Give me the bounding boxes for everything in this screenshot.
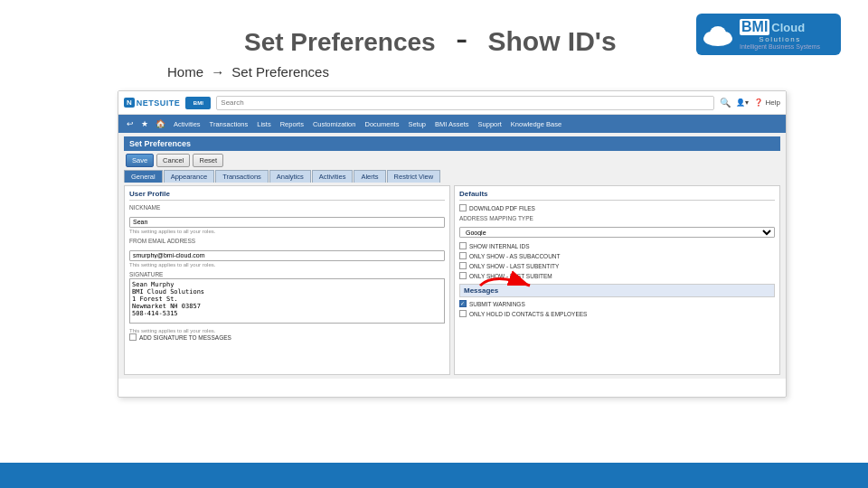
tab-transactions[interactable]: Transactions [215, 170, 269, 183]
ns-content: Set Preferences Save Cancel Reset Genera… [118, 133, 786, 379]
ns-home-icon[interactable]: 🏠 [153, 117, 168, 130]
show-internal-ids-row: SHOW INTERNAL IDS [459, 242, 775, 249]
add-signature-row: ADD SIGNATURE TO MESSAGES [129, 333, 445, 341]
tab-analytics[interactable]: Analytics [269, 170, 311, 183]
logo-bmi: BMI [740, 19, 769, 35]
email-label: FROM EMAIL ADDRESS [129, 238, 445, 244]
ns-two-col: User Profile NICKNAME This setting appli… [124, 185, 780, 375]
only-show-subitem-checkbox[interactable] [459, 272, 467, 279]
ns-page-header: Set Preferences [124, 136, 780, 151]
only-show-subaccount-label: ONLY SHOW - AS SUBACCOUNT [469, 253, 561, 259]
svg-point-3 [710, 26, 726, 41]
only-show-subaccount-row: ONLY SHOW - AS SUBACCOUNT [459, 252, 775, 259]
ns-reset-button[interactable]: Reset [193, 154, 223, 167]
nav-reports[interactable]: Reports [277, 118, 307, 130]
nickname-input[interactable] [129, 217, 445, 228]
breadcrumb-arrow: → [211, 64, 224, 80]
nav-bmi-assets[interactable]: BMI Assets [431, 118, 473, 130]
tab-general[interactable]: General [124, 170, 163, 183]
netsuite-mockup: N NETSUITE BMI 🔍 👤▾ ❓ Help ↩ ★ 🏠 Activit… [118, 90, 787, 398]
slide-container: Set Preferences - Show ID's Home → Set P… [0, 0, 868, 488]
ns-page-title: Set Preferences [129, 139, 191, 148]
nav-knowledge-base[interactable]: Knowledge Base [507, 118, 565, 130]
ns-search-input[interactable] [216, 96, 714, 110]
hold-contacts-row: ONLY HOLD ID CONTACTS & EMPLOYEES [459, 310, 775, 317]
ns-actions: Save Cancel Reset [124, 154, 780, 167]
ns-logo-text: NETSUITE [137, 99, 181, 108]
nav-support[interactable]: Support [475, 118, 505, 130]
signature-textarea[interactable]: Sean Murphy BMI Cloud Solutions 1 Forest… [129, 278, 445, 324]
nickname-label: NICKNAME [129, 204, 445, 211]
defaults-title: Defaults [459, 190, 775, 201]
download-pdf-row: DOWNLOAD PDF FILES [459, 204, 775, 211]
ns-topbar: N NETSUITE BMI 🔍 👤▾ ❓ Help [118, 91, 786, 115]
ns-user-profile-panel: User Profile NICKNAME This setting appli… [124, 185, 450, 375]
ns-logo-icon: N [124, 98, 135, 108]
nav-setup[interactable]: Setup [404, 118, 429, 130]
ns-back-icon[interactable]: ↩ [124, 117, 137, 130]
nav-documents[interactable]: Documents [361, 118, 402, 130]
signature-label: SIGNATURE [129, 271, 445, 277]
ns-star-icon[interactable]: ★ [138, 117, 151, 130]
only-show-subitem-label: ONLY SHOW - LAST SUBITEM [469, 273, 552, 279]
submit-warnings-label: SUBMIT WARNINGS [469, 301, 525, 307]
email-input[interactable] [129, 250, 445, 261]
ns-search-icon[interactable]: 🔍 [720, 98, 731, 108]
ns-defaults-panel: Defaults DOWNLOAD PDF FILES ADDRESS MAPP… [454, 185, 780, 375]
ns-user-icon[interactable]: 👤▾ [736, 99, 749, 107]
ns-logo: N NETSUITE [124, 98, 180, 108]
title-main: Set Preferences [244, 28, 436, 56]
only-show-subentity-row: ONLY SHOW - LAST SUBENTITY [459, 262, 775, 269]
only-show-subentity-checkbox[interactable] [459, 262, 467, 269]
submit-warnings-row: SUBMIT WARNINGS [459, 300, 775, 307]
only-show-subitem-row: ONLY SHOW - LAST SUBITEM [459, 272, 775, 279]
logo-solutions: Solutions [740, 35, 820, 43]
tab-alerts[interactable]: Alerts [354, 170, 385, 183]
nav-transactions[interactable]: Transactions [206, 118, 252, 130]
only-show-subaccount-checkbox[interactable] [459, 252, 467, 259]
download-pdf-checkbox[interactable] [459, 204, 467, 211]
nav-lists[interactable]: Lists [253, 118, 274, 130]
nav-activities[interactable]: Activities [170, 118, 204, 130]
slide-title: Set Preferences - Show ID's [244, 18, 617, 59]
hold-contacts-checkbox[interactable] [459, 310, 467, 317]
logo-tagline: Intelligent Business Systems [740, 43, 820, 50]
breadcrumb: Home → Set Preferences [167, 64, 841, 80]
nav-customization[interactable]: Customization [309, 118, 360, 130]
ns-bmi-mini-logo: BMI [185, 97, 211, 109]
bmi-logo-area: BMI Cloud Solutions Intelligent Business… [696, 14, 841, 55]
show-internal-ids-checkbox[interactable] [459, 242, 467, 249]
breadcrumb-page: Set Preferences [231, 64, 329, 80]
user-profile-title: User Profile [129, 190, 445, 201]
ns-content-wrapper: Set Preferences Save Cancel Reset Genera… [118, 133, 786, 398]
bottom-bar [0, 463, 868, 488]
address-mapping-label: ADDRESS MAPPING TYPE [459, 215, 775, 221]
download-pdf-label: DOWNLOAD PDF FILES [469, 205, 535, 211]
ns-top-icons: 👤▾ ❓ Help [736, 99, 780, 107]
bmi-cloud-icon [702, 21, 734, 48]
ns-help-icon[interactable]: ❓ Help [754, 99, 780, 107]
ns-navbar: ↩ ★ 🏠 Activities Transactions Lists Repo… [118, 115, 786, 133]
bmi-logo-box: BMI Cloud Solutions Intelligent Business… [696, 14, 841, 55]
hold-contacts-label: ONLY HOLD ID CONTACTS & EMPLOYEES [469, 311, 587, 317]
tab-appearance[interactable]: Appearance [164, 170, 214, 183]
address-mapping-select[interactable]: Google Bing [459, 227, 775, 238]
title-sub: Show ID's [487, 26, 616, 56]
breadcrumb-home: Home [167, 64, 203, 80]
logo-cloud: Cloud [771, 21, 805, 34]
ns-tabs: General Appearance Transactions Analytic… [124, 170, 780, 183]
ns-cancel-button[interactable]: Cancel [156, 154, 190, 167]
only-show-subentity-label: ONLY SHOW - LAST SUBENTITY [469, 263, 559, 269]
tab-restrict-view[interactable]: Restrict View [387, 170, 441, 183]
nickname-hint: This setting applies to all your roles. [129, 229, 445, 234]
messages-title: Messages [459, 284, 775, 297]
show-internal-ids-label: SHOW INTERNAL IDS [469, 243, 530, 249]
submit-warnings-checkbox[interactable] [459, 300, 467, 307]
add-signature-label: ADD SIGNATURE TO MESSAGES [139, 334, 231, 341]
add-signature-checkbox[interactable] [129, 333, 137, 341]
email-hint: This setting applies to all your roles. [129, 262, 445, 267]
ns-save-button[interactable]: Save [126, 154, 154, 167]
tab-activities[interactable]: Activities [312, 170, 354, 183]
